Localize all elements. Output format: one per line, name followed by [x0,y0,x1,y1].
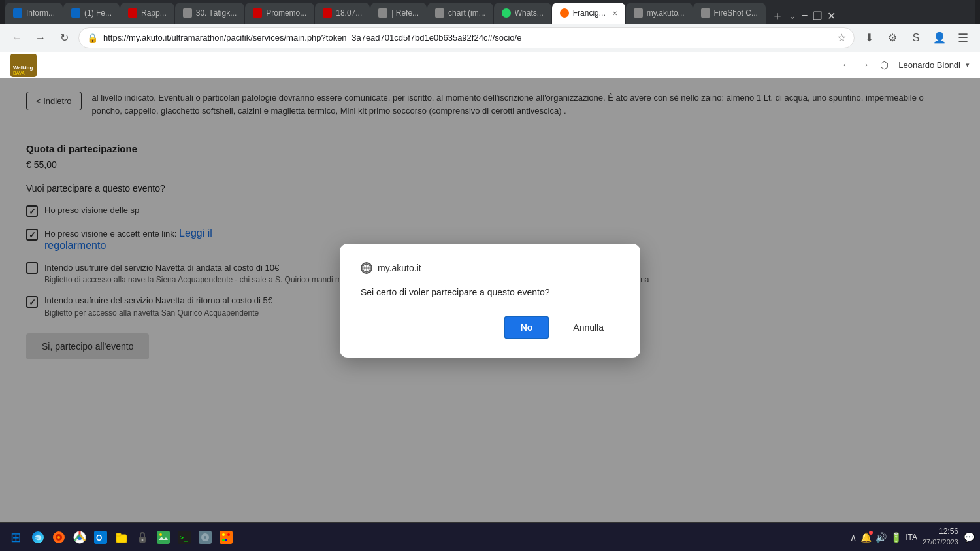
tab-favicon-tatig [183,8,192,18]
tab-rapp[interactable]: Rapp... [120,3,174,24]
tab-label-whats: Whats... [515,8,544,18]
svg-text:BAVA: BAVA [13,71,25,75]
tab-favicon-chart [435,8,444,18]
window-close-btn[interactable]: ✕ [827,10,836,22]
taskbar-outlook-icon[interactable]: O [91,528,110,546]
taskbar-clock[interactable]: 12:56 27/07/2023 [923,526,958,547]
window-minimize-btn[interactable]: − [802,10,808,22]
dialog-site-name: my.akuto.it [378,263,421,273]
address-text: https://my.akuto.it/ultramarathon/pacifi… [103,33,832,42]
svg-point-20 [159,533,162,536]
dialog-annulla-button[interactable]: Annulla [557,316,619,339]
tab-chart[interactable]: chart (im... [427,3,493,24]
forward-nav-btn[interactable]: → [31,29,50,47]
svg-rect-26 [220,531,233,544]
svg-text:>_: >_ [180,534,188,542]
tab-whats[interactable]: Whats... [494,3,551,24]
svg-point-29 [225,539,227,541]
modal-overlay: my.akuto.it Sei certo di voler partecipa… [0,78,980,522]
svg-point-30 [222,539,225,541]
tab-linkedin[interactable]: (1) Fe... [63,3,120,24]
tab-inform[interactable]: Inform... [5,3,63,24]
tab-label-inform: Inform... [26,8,55,18]
akuto-logo: Walking BAVA [10,54,37,77]
page-content: Walking BAVA ← → ⬡ Leonardo Biondi ▾ < I… [0,52,980,522]
taskbar-disk-icon[interactable] [196,528,214,546]
bookmark-star-icon[interactable]: ☆ [837,31,846,44]
tab-francig[interactable]: Francig... ✕ [552,3,625,24]
window-maximize-btn[interactable]: ❐ [813,10,822,22]
tab-favicon-fireshot [701,8,710,18]
tab-label-francig: Francig... [573,8,606,18]
taskbar-explorer-icon[interactable] [112,528,131,546]
tab-actions: ＋ ⌄ − ❐ ✕ [766,8,841,24]
taskbar-edge-icon[interactable] [29,528,47,546]
skype-btn[interactable]: S [907,29,925,47]
svg-point-27 [222,533,225,536]
confirmation-dialog: my.akuto.it Sei certo di voler partecipa… [340,244,640,358]
taskbar-chevron-icon[interactable]: ∧ [850,532,857,543]
tab-label-tatig: 30. Tätigk... [196,8,237,18]
tab-close-francig[interactable]: ✕ [612,10,617,17]
tab-akuto18[interactable]: 18.07... [315,3,370,24]
akuto-user-expand-icon[interactable]: ▾ [966,61,970,69]
taskbar-lock-icon[interactable] [133,528,152,546]
tab-myakuto[interactable]: my.akuto... [626,3,693,24]
taskbar-paint-icon[interactable] [217,528,235,546]
tab-label-chart: chart (im... [448,8,485,18]
reload-btn[interactable]: ↻ [55,29,73,47]
dialog-header: my.akuto.it [361,262,619,274]
dialog-no-button[interactable]: No [504,316,550,339]
start-button[interactable]: ⊞ [5,527,26,548]
svg-text:Walking: Walking [13,65,33,71]
tab-label-fireshot: FireShot C... [714,8,758,18]
taskbar-notification-icon[interactable]: 🔔 [860,532,872,543]
taskbar-lang-label[interactable]: ITA [906,533,917,542]
taskbar-sys-icons: ∧ 🔔 🔊 🔋 ITA [850,532,917,543]
tab-list-btn[interactable]: ⌄ [789,10,796,21]
taskbar: ⊞ [0,522,980,551]
svg-text:O: O [96,533,102,543]
tab-label-linkedin: (1) Fe... [84,8,112,18]
akuto-app-header: Walking BAVA ← → ⬡ Leonardo Biondi ▾ [0,52,980,78]
taskbar-date-display: 27/07/2023 [923,537,958,547]
tab-label-myakuto: my.akuto... [647,8,685,18]
tab-label-akuto18: 18.07... [336,8,362,18]
akuto-forward-btn[interactable]: → [858,58,870,72]
tab-tatig[interactable]: 30. Tätigk... [175,3,244,24]
taskbar-photos-icon[interactable] [154,528,172,546]
tab-fireshot[interactable]: FireShot C... [693,3,766,24]
tab-label-ref: | Refe... [391,8,419,18]
taskbar-terminal-icon[interactable]: >_ [175,528,193,546]
extensions-btn[interactable]: ⚙ [883,29,902,47]
toolbar: ← → ↻ 🔒 https://my.akuto.it/ultramaratho… [0,24,980,52]
profile-btn[interactable]: 👤 [930,29,949,47]
menu-btn[interactable]: ☰ [954,29,972,47]
svg-rect-19 [157,531,170,544]
tab-label-promemo: Promemo... [266,8,306,18]
tab-favicon-francig [560,8,569,18]
akuto-back-btn[interactable]: ← [841,58,853,72]
taskbar-chrome-icon[interactable] [71,528,89,546]
svg-point-25 [204,536,206,539]
taskbar-volume-icon[interactable]: 🔊 [875,532,887,543]
globe-icon [361,262,372,274]
back-nav-btn[interactable]: ← [8,29,26,47]
download-btn[interactable]: ⬇ [860,29,878,47]
tab-promemo[interactable]: Promemo... [245,3,314,24]
tab-favicon-akuto18 [323,8,332,18]
tab-ref[interactable]: | Refe... [370,3,427,24]
taskbar-battery-icon[interactable]: 🔋 [890,532,902,543]
tab-favicon-whats [502,8,511,18]
tab-favicon-rapp [128,8,137,18]
tab-favicon-promemo [253,8,262,18]
taskbar-chat-icon[interactable]: 💬 [964,532,975,543]
dialog-buttons: No Annulla [361,316,619,339]
tab-favicon-inform [13,8,22,18]
taskbar-firefox-icon[interactable] [50,528,68,546]
tab-bar: Inform... (1) Fe... Rapp... 30. Tätigk..… [5,0,975,24]
akuto-external-btn[interactable]: ⬡ [875,56,893,75]
new-tab-btn[interactable]: ＋ [772,8,783,24]
address-bar[interactable]: 🔒 https://my.akuto.it/ultramarathon/paci… [78,27,855,48]
tab-favicon-linkedin [71,8,80,18]
